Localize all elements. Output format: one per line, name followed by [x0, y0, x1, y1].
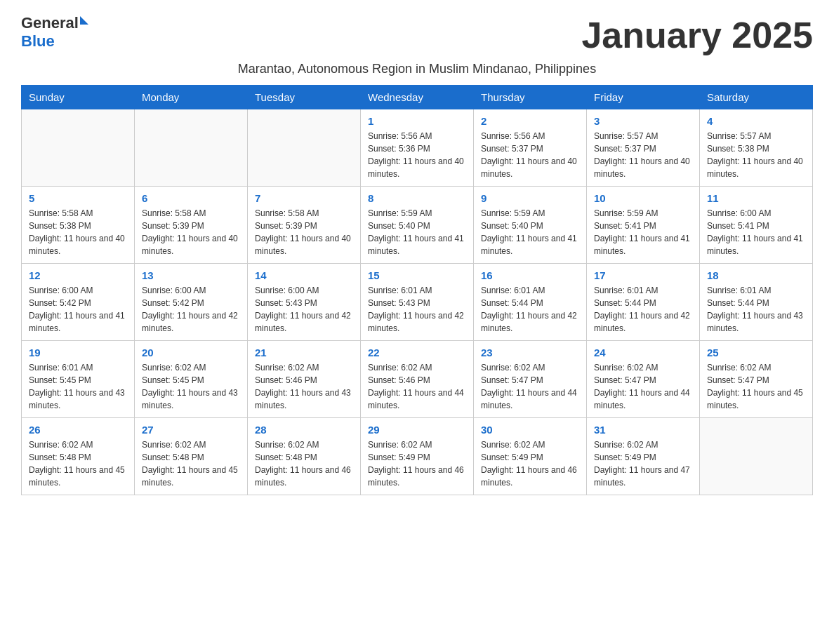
day-info: Sunrise: 5:56 AM Sunset: 5:37 PM Dayligh…: [481, 130, 579, 180]
day-number: 2: [481, 115, 579, 127]
day-number: 24: [594, 347, 692, 358]
day-info: Sunrise: 6:02 AM Sunset: 5:47 PM Dayligh…: [481, 361, 579, 412]
calendar-header-saturday: Saturday: [700, 86, 813, 109]
logo-triangle-icon: [80, 16, 88, 25]
calendar-cell: [248, 109, 361, 187]
day-info: Sunrise: 6:00 AM Sunset: 5:41 PM Dayligh…: [707, 207, 805, 257]
calendar-week-row: 19Sunrise: 6:01 AM Sunset: 5:45 PM Dayli…: [22, 341, 813, 418]
day-info: Sunrise: 6:01 AM Sunset: 5:45 PM Dayligh…: [29, 361, 127, 412]
day-number: 23: [481, 347, 579, 358]
day-number: 21: [255, 347, 353, 358]
calendar-cell: [700, 418, 813, 495]
day-number: 25: [707, 347, 805, 358]
day-info: Sunrise: 6:00 AM Sunset: 5:42 PM Dayligh…: [29, 284, 127, 335]
calendar-header-monday: Monday: [135, 86, 248, 109]
calendar-header-row: SundayMondayTuesdayWednesdayThursdayFrid…: [22, 86, 813, 109]
calendar-cell: 21Sunrise: 6:02 AM Sunset: 5:46 PM Dayli…: [248, 341, 361, 418]
day-info: Sunrise: 5:56 AM Sunset: 5:36 PM Dayligh…: [368, 130, 466, 180]
day-info: Sunrise: 6:01 AM Sunset: 5:44 PM Dayligh…: [481, 284, 579, 335]
location-subtitle: Marantao, Autonomous Region in Muslim Mi…: [21, 62, 813, 76]
day-info: Sunrise: 5:59 AM Sunset: 5:40 PM Dayligh…: [481, 207, 579, 257]
day-number: 27: [142, 424, 240, 436]
day-number: 16: [481, 269, 579, 281]
day-number: 7: [255, 192, 353, 204]
day-info: Sunrise: 6:02 AM Sunset: 5:48 PM Dayligh…: [29, 438, 127, 489]
day-number: 14: [255, 269, 353, 281]
day-number: 28: [255, 424, 353, 436]
calendar-cell: 20Sunrise: 6:02 AM Sunset: 5:45 PM Dayli…: [135, 341, 248, 418]
calendar-cell: 23Sunrise: 6:02 AM Sunset: 5:47 PM Dayli…: [474, 341, 587, 418]
calendar-cell: 31Sunrise: 6:02 AM Sunset: 5:49 PM Dayli…: [587, 418, 700, 495]
day-info: Sunrise: 6:02 AM Sunset: 5:45 PM Dayligh…: [142, 361, 240, 412]
day-info: Sunrise: 6:02 AM Sunset: 5:46 PM Dayligh…: [255, 361, 353, 412]
day-info: Sunrise: 6:02 AM Sunset: 5:46 PM Dayligh…: [368, 361, 466, 412]
day-number: 30: [481, 424, 579, 436]
calendar-cell: 1Sunrise: 5:56 AM Sunset: 5:36 PM Daylig…: [361, 109, 474, 187]
day-number: 10: [594, 192, 692, 204]
calendar-cell: 7Sunrise: 5:58 AM Sunset: 5:39 PM Daylig…: [248, 187, 361, 264]
calendar-cell: 2Sunrise: 5:56 AM Sunset: 5:37 PM Daylig…: [474, 109, 587, 187]
day-number: 22: [368, 347, 466, 358]
calendar-cell: 11Sunrise: 6:00 AM Sunset: 5:41 PM Dayli…: [700, 187, 813, 264]
calendar-cell: 19Sunrise: 6:01 AM Sunset: 5:45 PM Dayli…: [22, 341, 135, 418]
day-number: 6: [142, 192, 240, 204]
calendar-header-tuesday: Tuesday: [248, 86, 361, 109]
day-info: Sunrise: 6:02 AM Sunset: 5:48 PM Dayligh…: [255, 438, 353, 489]
day-info: Sunrise: 6:02 AM Sunset: 5:48 PM Dayligh…: [142, 438, 240, 489]
calendar-cell: 6Sunrise: 5:58 AM Sunset: 5:39 PM Daylig…: [135, 187, 248, 264]
calendar-cell: 26Sunrise: 6:02 AM Sunset: 5:48 PM Dayli…: [22, 418, 135, 495]
calendar-cell: 25Sunrise: 6:02 AM Sunset: 5:47 PM Dayli…: [700, 341, 813, 418]
day-number: 3: [594, 115, 692, 127]
day-info: Sunrise: 6:01 AM Sunset: 5:44 PM Dayligh…: [707, 284, 805, 335]
calendar-cell: 27Sunrise: 6:02 AM Sunset: 5:48 PM Dayli…: [135, 418, 248, 495]
day-number: 1: [368, 115, 466, 127]
calendar-week-row: 26Sunrise: 6:02 AM Sunset: 5:48 PM Dayli…: [22, 418, 813, 495]
calendar-cell: 28Sunrise: 6:02 AM Sunset: 5:48 PM Dayli…: [248, 418, 361, 495]
day-number: 26: [29, 424, 127, 436]
logo: General Blue: [21, 14, 88, 51]
day-number: 20: [142, 347, 240, 358]
day-number: 15: [368, 269, 466, 281]
logo-text-general: General: [21, 14, 79, 32]
day-number: 11: [707, 192, 805, 204]
day-info: Sunrise: 5:58 AM Sunset: 5:39 PM Dayligh…: [255, 207, 353, 257]
day-number: 8: [368, 192, 466, 204]
day-number: 29: [368, 424, 466, 436]
day-number: 5: [29, 192, 127, 204]
day-info: Sunrise: 6:02 AM Sunset: 5:47 PM Dayligh…: [594, 361, 692, 412]
calendar-cell: 18Sunrise: 6:01 AM Sunset: 5:44 PM Dayli…: [700, 264, 813, 341]
day-info: Sunrise: 5:59 AM Sunset: 5:41 PM Dayligh…: [594, 207, 692, 257]
calendar-cell: 17Sunrise: 6:01 AM Sunset: 5:44 PM Dayli…: [587, 264, 700, 341]
logo-text-blue: Blue: [21, 32, 55, 51]
day-info: Sunrise: 6:02 AM Sunset: 5:47 PM Dayligh…: [707, 361, 805, 412]
day-info: Sunrise: 6:01 AM Sunset: 5:43 PM Dayligh…: [368, 284, 466, 335]
day-info: Sunrise: 5:57 AM Sunset: 5:38 PM Dayligh…: [707, 130, 805, 180]
day-info: Sunrise: 6:02 AM Sunset: 5:49 PM Dayligh…: [368, 438, 466, 489]
day-info: Sunrise: 5:59 AM Sunset: 5:40 PM Dayligh…: [368, 207, 466, 257]
day-info: Sunrise: 5:58 AM Sunset: 5:39 PM Dayligh…: [142, 207, 240, 257]
calendar-cell: [22, 109, 135, 187]
calendar-cell: 13Sunrise: 6:00 AM Sunset: 5:42 PM Dayli…: [135, 264, 248, 341]
calendar-cell: 22Sunrise: 6:02 AM Sunset: 5:46 PM Dayli…: [361, 341, 474, 418]
calendar-week-row: 1Sunrise: 5:56 AM Sunset: 5:36 PM Daylig…: [22, 109, 813, 187]
day-info: Sunrise: 5:58 AM Sunset: 5:38 PM Dayligh…: [29, 207, 127, 257]
day-number: 4: [707, 115, 805, 127]
day-number: 18: [707, 269, 805, 281]
day-info: Sunrise: 5:57 AM Sunset: 5:37 PM Dayligh…: [594, 130, 692, 180]
calendar-cell: 9Sunrise: 5:59 AM Sunset: 5:40 PM Daylig…: [474, 187, 587, 264]
calendar-header-thursday: Thursday: [474, 86, 587, 109]
calendar-cell: 16Sunrise: 6:01 AM Sunset: 5:44 PM Dayli…: [474, 264, 587, 341]
day-info: Sunrise: 6:02 AM Sunset: 5:49 PM Dayligh…: [481, 438, 579, 489]
month-title: January 2025: [581, 14, 813, 56]
calendar-cell: 10Sunrise: 5:59 AM Sunset: 5:41 PM Dayli…: [587, 187, 700, 264]
calendar-cell: 5Sunrise: 5:58 AM Sunset: 5:38 PM Daylig…: [22, 187, 135, 264]
day-info: Sunrise: 6:00 AM Sunset: 5:43 PM Dayligh…: [255, 284, 353, 335]
calendar-cell: 29Sunrise: 6:02 AM Sunset: 5:49 PM Dayli…: [361, 418, 474, 495]
calendar-cell: 15Sunrise: 6:01 AM Sunset: 5:43 PM Dayli…: [361, 264, 474, 341]
day-number: 19: [29, 347, 127, 358]
calendar-header-sunday: Sunday: [22, 86, 135, 109]
day-info: Sunrise: 6:02 AM Sunset: 5:49 PM Dayligh…: [594, 438, 692, 489]
calendar-cell: [135, 109, 248, 187]
calendar-header-friday: Friday: [587, 86, 700, 109]
calendar-week-row: 5Sunrise: 5:58 AM Sunset: 5:38 PM Daylig…: [22, 187, 813, 264]
